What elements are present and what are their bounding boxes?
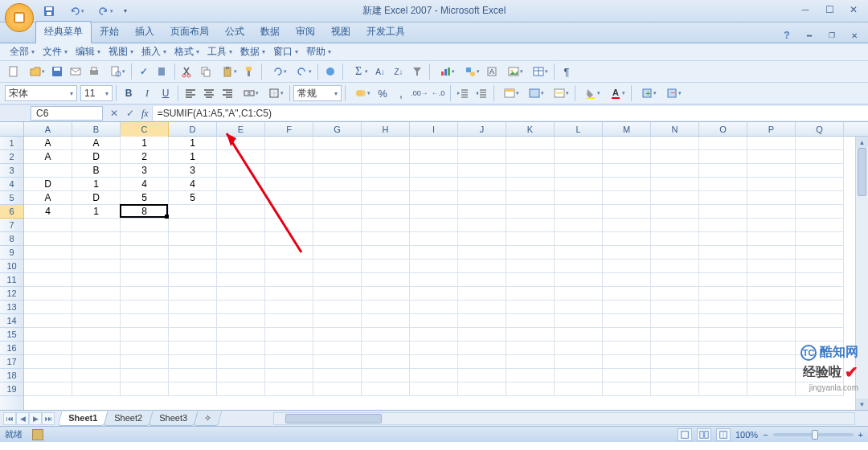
cell[interactable]	[555, 178, 603, 191]
new-sheet-tab[interactable]: ✧	[193, 411, 222, 426]
cell[interactable]	[555, 219, 603, 232]
cell[interactable]	[121, 260, 169, 273]
cell[interactable]	[169, 328, 217, 342]
row-header[interactable]: 9	[0, 246, 23, 260]
cell[interactable]	[169, 355, 217, 369]
ribbon-tab-layout[interactable]: 页面布局	[162, 22, 217, 43]
cell[interactable]	[410, 382, 458, 396]
cell[interactable]	[72, 355, 121, 369]
row-header[interactable]: 1	[0, 137, 23, 150]
cell[interactable]	[555, 164, 603, 178]
menu-tools[interactable]: 工具	[204, 43, 235, 60]
cell[interactable]	[555, 150, 603, 164]
cell[interactable]	[24, 355, 72, 369]
cell[interactable]	[747, 205, 796, 219]
cell[interactable]	[506, 355, 555, 369]
cell[interactable]	[169, 369, 217, 382]
cell[interactable]	[265, 232, 313, 246]
cell[interactable]	[217, 150, 265, 164]
cell[interactable]	[72, 246, 121, 260]
cell[interactable]	[796, 342, 844, 355]
cell[interactable]: 5	[121, 191, 169, 205]
menu-insert[interactable]: 插入	[138, 43, 170, 60]
cell[interactable]	[217, 137, 265, 150]
cell[interactable]	[651, 150, 699, 164]
formula-input[interactable]: =SUMIF(A1:A5,"A",C1:C5)	[152, 106, 868, 121]
cell[interactable]	[24, 328, 72, 342]
cell[interactable]	[24, 246, 72, 260]
close-button[interactable]: ✕	[842, 2, 865, 18]
cell[interactable]	[313, 150, 362, 164]
font-name-combo[interactable]: 宋体	[5, 85, 77, 101]
cell[interactable]	[651, 191, 699, 205]
cell[interactable]	[506, 137, 555, 150]
cell[interactable]: 3	[169, 164, 217, 178]
cell[interactable]	[72, 328, 121, 342]
sort-desc-icon[interactable]: Z↓	[390, 63, 407, 80]
cell[interactable]	[458, 273, 506, 287]
vertical-scrollbar[interactable]: ▲ ▼	[855, 137, 868, 410]
column-header[interactable]: K	[506, 122, 555, 137]
row-header[interactable]: 11	[0, 273, 23, 287]
cell[interactable]	[265, 150, 313, 164]
cell[interactable]	[458, 382, 506, 396]
zoom-in-button[interactable]: +	[858, 430, 863, 440]
cell[interactable]	[458, 178, 506, 191]
decrease-indent-icon[interactable]	[454, 84, 472, 102]
cell[interactable]	[651, 355, 699, 369]
cell[interactable]	[506, 150, 555, 164]
cell[interactable]	[458, 164, 506, 178]
cell[interactable]: 3	[121, 164, 169, 178]
open-icon[interactable]	[23, 63, 47, 80]
cell[interactable]	[410, 246, 458, 260]
cell[interactable]	[169, 232, 217, 246]
cell[interactable]	[796, 273, 844, 287]
cell[interactable]: 4	[169, 178, 217, 191]
cell[interactable]	[458, 137, 506, 150]
column-header[interactable]: B	[72, 122, 121, 137]
number-format-combo[interactable]: 常规	[293, 85, 342, 101]
cell[interactable]	[699, 191, 747, 205]
column-header[interactable]: C	[121, 122, 169, 137]
cell[interactable]	[217, 219, 265, 232]
sort-asc-icon[interactable]: A↓	[371, 63, 389, 80]
tab-nav-first-icon[interactable]: ⏮	[3, 412, 16, 425]
cell[interactable]	[265, 369, 313, 382]
cell[interactable]	[24, 369, 72, 382]
cell[interactable]	[699, 301, 747, 314]
row-header[interactable]: 14	[0, 314, 23, 328]
cell[interactable]	[458, 342, 506, 355]
cell[interactable]	[313, 219, 362, 232]
cell[interactable]	[458, 150, 506, 164]
cell[interactable]	[555, 355, 603, 369]
cell[interactable]	[458, 355, 506, 369]
borders-icon[interactable]	[262, 84, 286, 102]
picture-icon[interactable]	[502, 63, 526, 80]
hyperlink-icon[interactable]	[321, 63, 339, 80]
cell[interactable]	[265, 355, 313, 369]
page-layout-view-icon[interactable]	[697, 428, 711, 441]
macro-record-icon[interactable]	[32, 429, 43, 440]
cell[interactable]	[217, 232, 265, 246]
cell[interactable]	[410, 232, 458, 246]
cancel-formula-icon[interactable]: ✕	[106, 106, 122, 121]
cell[interactable]	[603, 382, 651, 396]
copy-icon[interactable]	[197, 63, 215, 80]
align-center-icon[interactable]	[200, 84, 218, 102]
cell[interactable]	[24, 260, 72, 273]
row-header[interactable]: 15	[0, 328, 23, 342]
cell[interactable]	[458, 260, 506, 273]
cell[interactable]	[506, 164, 555, 178]
cell[interactable]	[265, 246, 313, 260]
ribbon-tab-view[interactable]: 视图	[323, 22, 358, 43]
cell[interactable]	[458, 287, 506, 301]
cell[interactable]: 8	[121, 205, 169, 219]
cell[interactable]	[699, 260, 747, 273]
cell[interactable]: 1	[121, 137, 169, 150]
cell[interactable]	[747, 191, 796, 205]
minimize-button[interactable]: ─	[794, 2, 817, 18]
cell[interactable]	[603, 232, 651, 246]
cell[interactable]	[313, 260, 362, 273]
redo-button[interactable]	[290, 63, 314, 80]
cell[interactable]	[796, 382, 844, 396]
